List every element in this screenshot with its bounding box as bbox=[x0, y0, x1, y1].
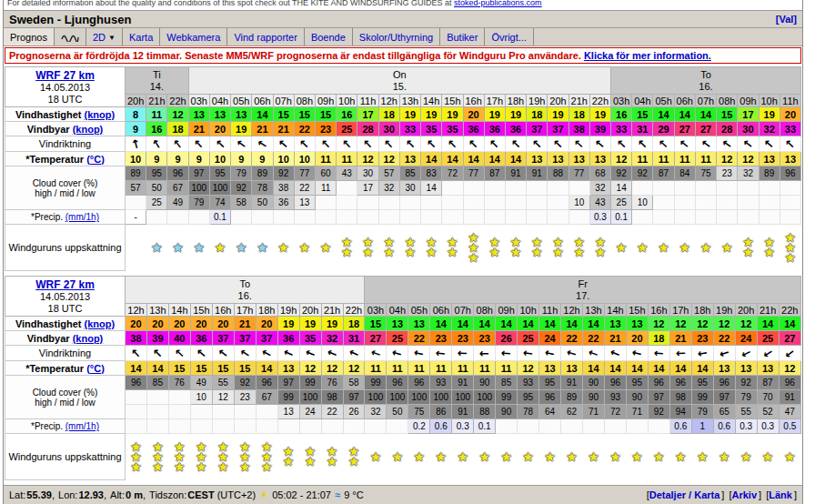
tab-2d[interactable]: 2D▼ bbox=[86, 28, 123, 45]
star-icon: ★ bbox=[758, 452, 779, 462]
windguru-rating: Windguruns uppskattning bbox=[5, 434, 126, 480]
cloud-high-cell: 60 bbox=[315, 166, 336, 181]
hour-header: 21h bbox=[146, 95, 167, 107]
wind-direction-cell: ↑ bbox=[463, 136, 484, 152]
tab-skolor-uthyrning[interactable]: Skolor/Uthyrning bbox=[353, 28, 440, 45]
precip-cell bbox=[527, 210, 548, 225]
tab-label: Vind rapporter bbox=[234, 32, 297, 43]
temperature-link[interactable]: (°C) bbox=[86, 363, 105, 374]
detaljer-karta-link[interactable]: Detaljer / Karta bbox=[649, 489, 720, 500]
star-icon: ★ bbox=[278, 457, 299, 467]
val-link[interactable]: [Val] bbox=[776, 14, 797, 25]
cloud-mid-cell: 97 bbox=[713, 390, 735, 405]
tab-butiker[interactable]: Butiker bbox=[440, 28, 485, 45]
bracket: ] bbox=[721, 489, 724, 500]
rating-cell: ★ bbox=[674, 225, 695, 271]
temperature-cell: 10 bbox=[126, 152, 146, 166]
cloud-high-cell: 87 bbox=[484, 166, 505, 181]
cloud-low-cell bbox=[527, 196, 548, 210]
temperature-link[interactable]: (°C) bbox=[86, 154, 105, 165]
precip-link[interactable]: (mm/1h) bbox=[65, 212, 99, 222]
temperature-cell: 12 bbox=[518, 361, 539, 376]
model-link[interactable]: WRF 27 km bbox=[35, 278, 95, 291]
precip-link[interactable]: (mm/1h) bbox=[65, 421, 99, 431]
star-icon: ★ bbox=[126, 462, 146, 472]
cloud-high-cell: 96 bbox=[408, 376, 430, 390]
cloud-low-cell: 62 bbox=[561, 405, 583, 419]
precip-cell: 0.1 bbox=[611, 210, 632, 225]
tab-webkamera[interactable]: Webkamera bbox=[160, 28, 227, 45]
cloud-mid-cell: 97 bbox=[648, 390, 669, 405]
rating-cell: ★ bbox=[779, 434, 800, 480]
star-icon: ★ bbox=[421, 247, 441, 257]
wind-arrow-icon: ↑ bbox=[760, 346, 777, 361]
tab-boende[interactable]: Boende bbox=[305, 28, 353, 45]
wind-gust-link[interactable]: (knop) bbox=[73, 333, 104, 344]
tab--vrigt-[interactable]: Övrigt... bbox=[485, 28, 534, 45]
wind-gust: Vindbyar (knop) bbox=[5, 331, 126, 346]
tab-vind-rapporter[interactable]: Vind rapporter bbox=[227, 28, 305, 45]
notice-text: Prognoserna är fördröjda 12 timmar. Sena… bbox=[9, 50, 584, 61]
rating-cell: ★★ bbox=[378, 225, 399, 271]
arkiv-link[interactable]: Arkiv bbox=[732, 489, 758, 500]
wind-gust-cell: 26 bbox=[496, 331, 518, 346]
forecast-grid: WRF 27 km14.05.201318 UTCTo16.Fr17.12h13… bbox=[5, 276, 801, 480]
wind-arrow-icon: ↑ bbox=[280, 346, 297, 360]
wind-direction-cell: ↑ bbox=[343, 346, 365, 361]
tab-karta[interactable]: Karta bbox=[123, 28, 160, 45]
model-link[interactable]: WRF 27 km bbox=[35, 69, 95, 82]
wind-gust-cell: 25 bbox=[518, 331, 539, 346]
star-icon: ★ bbox=[696, 243, 716, 253]
wind-gust-cell: 21 bbox=[273, 122, 294, 136]
tz-label: Tidszon: bbox=[149, 489, 186, 500]
cloud-low-cell: 79 bbox=[691, 405, 713, 419]
hour-header: 21h bbox=[321, 304, 343, 317]
cloud-mid-cell bbox=[527, 181, 548, 196]
wind-gust-cell: 33 bbox=[399, 122, 420, 136]
star-icon: ★ bbox=[146, 243, 166, 253]
temperature-cell: 11 bbox=[496, 361, 518, 376]
wind-direction-cell: ↑ bbox=[399, 136, 420, 152]
rating-cell: ★★ bbox=[277, 434, 299, 480]
star-icon: ★ bbox=[780, 452, 800, 462]
star-icon: ★ bbox=[780, 253, 800, 263]
temperature-cell: 13 bbox=[735, 361, 757, 376]
precip-label: *Precip. bbox=[31, 212, 63, 222]
waves-icon bbox=[61, 32, 79, 44]
wind-speed-cell: 8 bbox=[126, 107, 146, 122]
wind-arrow-icon: ↑ bbox=[338, 136, 355, 152]
wind-speed-cell: 18 bbox=[527, 107, 548, 122]
wind-speed-link[interactable]: (knop) bbox=[84, 318, 115, 329]
wind-speed-link[interactable]: (knop) bbox=[84, 109, 115, 120]
wind-gust-link[interactable]: (knop) bbox=[73, 124, 104, 135]
hour-header: 20h bbox=[299, 304, 321, 317]
hour-header: 22h bbox=[779, 304, 800, 317]
rating-cell: ★ bbox=[188, 225, 209, 271]
cloud-low-cell: 10 bbox=[568, 196, 589, 210]
lank-link[interactable]: Länk bbox=[769, 489, 792, 500]
wind-arrow-icon: ↑ bbox=[444, 136, 460, 152]
rating-cell: ★★ bbox=[399, 225, 420, 271]
cloud-low-cell: 50 bbox=[252, 196, 273, 210]
status-bar: Lat:55.39, Lon:12.93, Alt:0 m, Tidszon:C… bbox=[4, 485, 802, 504]
top-note-link[interactable]: stoked-publications.com bbox=[454, 0, 542, 7]
star-icon: ★ bbox=[235, 462, 256, 472]
tab-wave-forecast[interactable] bbox=[55, 28, 86, 45]
cloud-low-cell bbox=[463, 196, 484, 210]
cloud-low-cell bbox=[399, 196, 420, 210]
rating-cell: ★ bbox=[539, 434, 561, 480]
forecast-table-1: WRF 27 km14.05.201318 UTCTi14.On15.To16.… bbox=[5, 66, 801, 271]
cloud-low-cell bbox=[212, 405, 234, 419]
cloud-low-cell: 72 bbox=[604, 405, 626, 419]
wind-gust-row: Vindbyar (knop) 916182120192121222325283… bbox=[5, 122, 801, 136]
precip-cell: 0.2 bbox=[408, 419, 430, 434]
rating-cell: ★★ bbox=[343, 434, 365, 480]
wind-gust-cell: 23 bbox=[691, 331, 713, 346]
wind-arrow-icon: ↑ bbox=[719, 136, 736, 152]
cloud-mid-cell: 30 bbox=[399, 181, 420, 196]
tab-prognos[interactable]: Prognos bbox=[4, 28, 55, 45]
wind-arrow-icon: ↑ bbox=[170, 136, 186, 152]
precip-cell bbox=[190, 419, 212, 434]
notice-link[interactable]: Klicka för mer information. bbox=[584, 50, 711, 61]
precip-row: *Precip. (mm/1h) -0.10.30.1 bbox=[5, 210, 801, 225]
